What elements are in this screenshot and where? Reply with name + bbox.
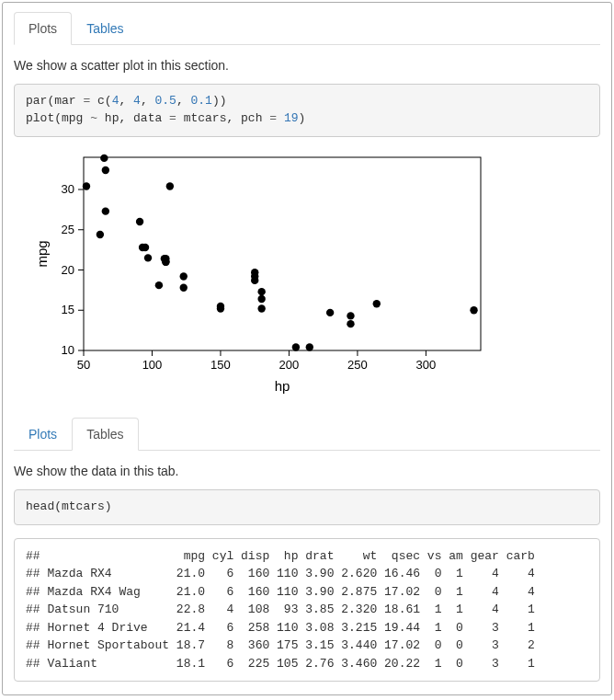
svg-point-53 <box>373 300 381 307</box>
svg-point-45 <box>144 254 152 261</box>
svg-text:200: 200 <box>279 358 300 372</box>
tabset-1: Plots Tables <box>14 12 600 45</box>
svg-text:10: 10 <box>62 343 74 357</box>
svg-point-35 <box>180 283 188 291</box>
svg-point-56 <box>161 255 168 262</box>
svg-text:50: 50 <box>77 358 90 372</box>
code-block-1: par(mar = c(4, 4, 0.5, 0.1)) plot(mpg ~ … <box>14 84 600 137</box>
svg-point-31 <box>347 312 354 319</box>
svg-rect-0 <box>84 157 481 350</box>
tab-tables[interactable]: Tables <box>72 12 138 45</box>
output-block: ## mpg cyl disp hp drat wt qsec vs am ge… <box>14 538 600 683</box>
svg-point-52 <box>166 182 174 189</box>
svg-point-50 <box>102 207 109 214</box>
svg-point-38 <box>257 304 265 312</box>
svg-point-40 <box>306 343 313 350</box>
svg-point-44 <box>100 154 108 161</box>
svg-text:15: 15 <box>62 303 74 316</box>
svg-point-55 <box>470 306 477 314</box>
section1-intro: We show a scatter plot in this section. <box>14 58 600 73</box>
svg-point-32 <box>97 230 104 237</box>
svg-text:25: 25 <box>62 222 74 235</box>
svg-point-36 <box>257 294 265 302</box>
svg-point-34 <box>180 272 188 280</box>
tab-plots-2[interactable]: Plots <box>14 418 72 451</box>
svg-point-47 <box>217 304 224 312</box>
scatter-plot: 501001502002503001015202530hpmpg <box>30 150 600 401</box>
svg-point-37 <box>257 288 265 295</box>
svg-point-30 <box>155 281 163 289</box>
svg-text:20: 20 <box>62 262 74 276</box>
svg-text:100: 100 <box>142 358 163 372</box>
svg-point-39 <box>292 343 300 350</box>
svg-point-51 <box>136 217 143 224</box>
svg-text:hp: hp <box>275 378 290 394</box>
tabset-2: Plots Tables <box>14 418 600 451</box>
svg-text:250: 250 <box>347 358 368 372</box>
page-container: { "tabset1":{ "tabs":[ {"label":"Plots",… <box>2 2 612 695</box>
svg-point-33 <box>142 243 149 250</box>
svg-text:mpg: mpg <box>34 240 50 267</box>
svg-point-42 <box>102 166 109 173</box>
svg-text:30: 30 <box>62 182 74 196</box>
svg-point-48 <box>347 320 354 327</box>
tab-tables-2[interactable]: Tables <box>72 418 138 451</box>
svg-point-41 <box>326 308 334 316</box>
svg-text:150: 150 <box>210 358 231 372</box>
section2-intro: We show the data in this tab. <box>14 464 600 478</box>
svg-text:300: 300 <box>416 358 437 372</box>
svg-point-54 <box>251 269 258 276</box>
svg-point-43 <box>83 182 90 189</box>
tab-plots[interactable]: Plots <box>14 12 72 45</box>
code-block-2: head(mtcars) <box>14 489 600 525</box>
